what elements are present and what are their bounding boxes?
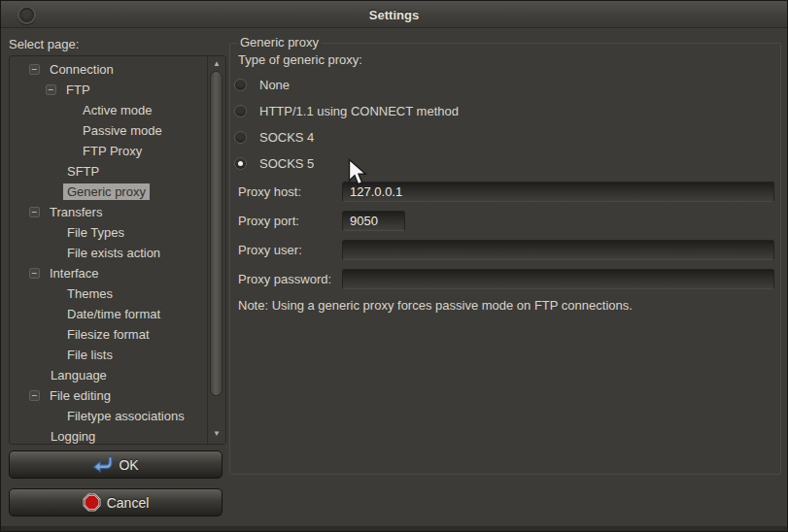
tree-item-transfers[interactable]: −Transfers [10, 202, 207, 222]
radio-none[interactable]: None [234, 72, 459, 98]
collapse-icon[interactable]: − [29, 207, 40, 217]
tree-list: −Connection −FTP Active mode Passive mod… [10, 56, 208, 444]
scroll-up-icon[interactable]: ▲ [208, 59, 225, 68]
radio-label: HTTP/1.1 using CONNECT method [259, 104, 459, 118]
radio-socks5[interactable]: SOCKS 5 [234, 150, 459, 177]
proxy-password-label: Proxy password: [238, 272, 342, 286]
close-button[interactable] [17, 6, 36, 24]
collapse-icon[interactable]: − [29, 64, 40, 75]
cancel-stop-icon [83, 493, 101, 512]
select-page-label: Select page: [9, 37, 79, 51]
radio-socks4[interactable]: SOCKS 4 [234, 124, 459, 150]
tree-item-file-exists-action[interactable]: File exists action [10, 243, 207, 263]
tree-item-sftp[interactable]: SFTP [10, 161, 207, 182]
title-bar[interactable]: Settings [1, 1, 787, 28]
window-bottom-edge [1, 526, 787, 531]
radio-icon[interactable] [234, 105, 247, 117]
radio-label: SOCKS 4 [259, 130, 314, 145]
proxy-host-label: Proxy host: [238, 184, 342, 199]
tree-item-file-lists[interactable]: File lists [10, 345, 207, 365]
tree-item-logging[interactable]: Logging [10, 426, 207, 444]
tree-item-passive-mode[interactable]: Passive mode [10, 120, 207, 141]
proxy-port-label: Proxy port: [238, 214, 342, 228]
tree-item-ftp-proxy[interactable]: FTP Proxy [10, 141, 207, 161]
proxy-host-row: Proxy host: [238, 177, 774, 206]
tree-item-language[interactable]: Language [10, 365, 207, 385]
ok-label: OK [119, 457, 138, 473]
radio-icon[interactable] [234, 79, 247, 91]
proxy-user-row: Proxy user: [238, 235, 774, 264]
tree-item-active-mode[interactable]: Active mode [10, 100, 207, 120]
tree-item-generic-proxy[interactable]: Generic proxy [10, 182, 207, 202]
radio-label: None [259, 78, 290, 92]
tree-item-themes[interactable]: Themes [10, 283, 207, 304]
proxy-password-input[interactable] [342, 269, 774, 289]
tree-item-interface[interactable]: −Interface [10, 263, 207, 283]
proxy-fields: Proxy host: Proxy port: Proxy user: Prox… [238, 177, 774, 293]
ok-enter-icon [92, 456, 113, 473]
proxy-port-input[interactable] [342, 211, 405, 231]
settings-tree: −Connection −FTP Active mode Passive mod… [9, 55, 226, 445]
tree-item-file-editing[interactable]: −File editing [10, 385, 207, 406]
ok-button[interactable]: OK [9, 450, 223, 479]
collapse-icon[interactable]: − [46, 84, 56, 95]
proxy-password-row: Proxy password: [238, 264, 774, 293]
proxy-note: Note: Using a generic proxy forces passi… [238, 298, 633, 313]
cancel-label: Cancel [107, 495, 150, 511]
window-title: Settings [1, 1, 787, 28]
proxy-port-row: Proxy port: [238, 206, 774, 235]
scroll-down-icon[interactable]: ▼ [208, 429, 225, 438]
scrollbar-thumb[interactable] [210, 71, 223, 396]
tree-item-ftp[interactable]: −FTP [10, 80, 207, 100]
collapse-icon[interactable]: − [29, 268, 40, 279]
group-title: Generic proxy [237, 35, 322, 50]
settings-dialog: Settings Select page: −Connection −FTP A… [0, 0, 788, 532]
proxy-type-options: None HTTP/1.1 using CONNECT method SOCKS… [234, 72, 459, 177]
radio-icon-checked[interactable] [234, 157, 247, 170]
tree-item-file-types[interactable]: File Types [10, 222, 207, 243]
generic-proxy-group: Generic proxy Type of generic proxy: Non… [229, 43, 781, 475]
proxy-type-label: Type of generic proxy: [238, 52, 362, 67]
proxy-user-input[interactable] [342, 240, 774, 260]
radio-icon[interactable] [234, 131, 247, 144]
proxy-user-label: Proxy user: [238, 243, 342, 257]
tree-item-filetype-associations[interactable]: Filetype associations [10, 406, 207, 426]
collapse-icon[interactable]: − [29, 390, 40, 401]
proxy-host-input[interactable] [342, 182, 774, 202]
cancel-button[interactable]: Cancel [9, 488, 223, 516]
radio-label: SOCKS 5 [259, 156, 314, 171]
tree-item-filesize-format[interactable]: Filesize format [10, 324, 207, 345]
tree-scrollbar[interactable]: ▲ ▼ [208, 56, 225, 444]
tree-item-datetime-format[interactable]: Date/time format [10, 304, 207, 324]
tree-item-connection[interactable]: −Connection [10, 59, 207, 80]
radio-http-connect[interactable]: HTTP/1.1 using CONNECT method [234, 98, 459, 124]
